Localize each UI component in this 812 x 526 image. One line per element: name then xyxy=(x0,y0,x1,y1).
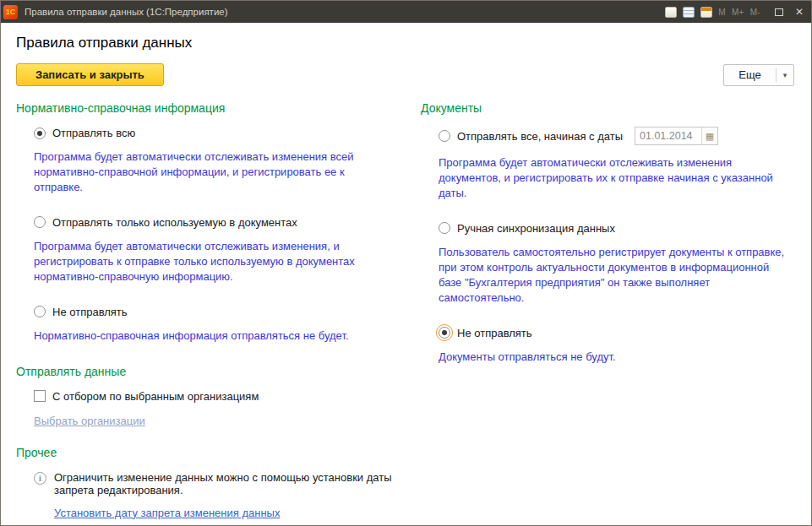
toolbar: Записать и закрыть Еще ▾ xyxy=(16,63,794,86)
more-button-label: Еще xyxy=(724,68,776,81)
radio-manual-sync[interactable]: Ручная синхронизация данных xyxy=(439,222,794,235)
radio-label: Отправлять всю xyxy=(52,127,135,139)
maximize-icon[interactable] xyxy=(775,8,783,16)
radio-send-used-only[interactable]: Отправлять только используемую в докумен… xyxy=(34,216,406,229)
set-edit-ban-date-link[interactable]: Установить дату запрета изменения данных xyxy=(54,507,280,519)
radio-icon[interactable] xyxy=(439,130,450,142)
info-note: i Ограничить изменение данных можно с по… xyxy=(34,471,406,496)
section-header-send-data: Отправлять данные xyxy=(16,365,406,378)
radio-label: Отправлять только используемую в докумен… xyxy=(52,216,297,229)
calendar-titlebar-icon[interactable] xyxy=(700,7,712,18)
radio-send-all-reference[interactable]: Отправлять всю xyxy=(34,127,406,139)
option-dont-send-documents: Не отправлять Документы отправляться не … xyxy=(439,327,794,365)
radio-icon[interactable] xyxy=(34,127,46,139)
reference-info-section: Нормативно-справочная информация Отправл… xyxy=(16,101,406,525)
section-header-documents: Документы xyxy=(421,101,794,115)
start-date-input[interactable] xyxy=(635,127,701,144)
more-button[interactable]: Еще ▾ xyxy=(723,64,794,86)
save-and-close-button[interactable]: Записать и закрыть xyxy=(16,63,164,86)
start-date-field: ▦ xyxy=(635,127,718,145)
select-organizations-link[interactable]: Выбрать организации xyxy=(34,415,145,427)
option-description: Пользователь самостоятельно регистрирует… xyxy=(439,245,794,306)
radio-send-from-date[interactable]: Отправлять все, начиная с даты ▦ xyxy=(439,127,794,145)
page-title: Правила отправки данных xyxy=(16,35,794,52)
radio-icon[interactable] xyxy=(34,216,46,228)
section-header-reference-info: Нормативно-справочная информация xyxy=(16,101,406,115)
option-send-all-reference: Отправлять всю Программа будет автоматич… xyxy=(34,127,406,195)
calendar-picker-icon[interactable]: ▦ xyxy=(701,127,717,144)
option-description: Программа будет автоматически отслеживат… xyxy=(439,155,794,201)
radio-icon[interactable] xyxy=(439,222,450,234)
radio-dont-send-documents[interactable]: Не отправлять xyxy=(439,327,794,339)
memory-mplus-button: M+ xyxy=(732,8,744,17)
option-send-all-documents: Отправлять все, начиная с даты ▦ Програм… xyxy=(439,127,794,201)
radio-label: Не отправлять xyxy=(52,306,128,318)
filter-by-organizations-checkbox[interactable]: С отбором по выбранным организациям xyxy=(34,390,406,403)
option-description: Нормативно-справочная информация отправл… xyxy=(34,328,395,344)
option-description: Документы отправляться не будут. xyxy=(439,350,794,365)
radio-label: Отправлять все, начиная с даты xyxy=(457,130,623,143)
option-description: Программа будет автоматически отслеживат… xyxy=(34,239,395,285)
app-window: 1С Правила отправки данных (1С:Предприят… xyxy=(0,0,812,526)
open-window-icon[interactable] xyxy=(665,7,677,18)
window-title: Правила отправки данных (1С:Предприятие) xyxy=(25,7,665,17)
radio-icon[interactable] xyxy=(34,306,46,317)
option-dont-send-reference: Не отправлять Нормативно-справочная инфо… xyxy=(34,306,406,344)
radio-label: Ручная синхронизация данных xyxy=(457,222,615,235)
radio-icon[interactable] xyxy=(439,327,450,339)
info-text: Ограничить изменение данных можно с помо… xyxy=(54,471,406,496)
checkbox-label: С отбором по выбранным организациям xyxy=(52,390,259,403)
info-icon: i xyxy=(34,472,46,485)
chevron-down-icon: ▾ xyxy=(777,71,793,79)
1c-logo-icon: 1С xyxy=(3,5,18,19)
memory-mminus-button: M- xyxy=(750,8,760,17)
radio-label: Не отправлять xyxy=(457,327,532,339)
section-header-other: Прочее xyxy=(16,446,406,459)
option-description: Программа будет автоматически отслеживат… xyxy=(34,149,395,195)
option-send-used-only: Отправлять только используемую в докумен… xyxy=(34,216,406,285)
memory-m-button: M xyxy=(718,8,726,17)
documents-section: Документы Отправлять все, начиная с даты… xyxy=(406,101,794,525)
form-content: Правила отправки данных Записать и закры… xyxy=(1,23,811,525)
calculator-icon[interactable] xyxy=(683,7,695,18)
close-icon[interactable]: ✕ xyxy=(793,6,806,18)
option-manual-sync: Ручная синхронизация данных Пользователь… xyxy=(439,222,794,306)
checkbox-icon[interactable] xyxy=(34,390,46,402)
radio-dont-send-reference[interactable]: Не отправлять xyxy=(34,306,406,318)
titlebar: 1С Правила отправки данных (1С:Предприят… xyxy=(1,1,811,23)
